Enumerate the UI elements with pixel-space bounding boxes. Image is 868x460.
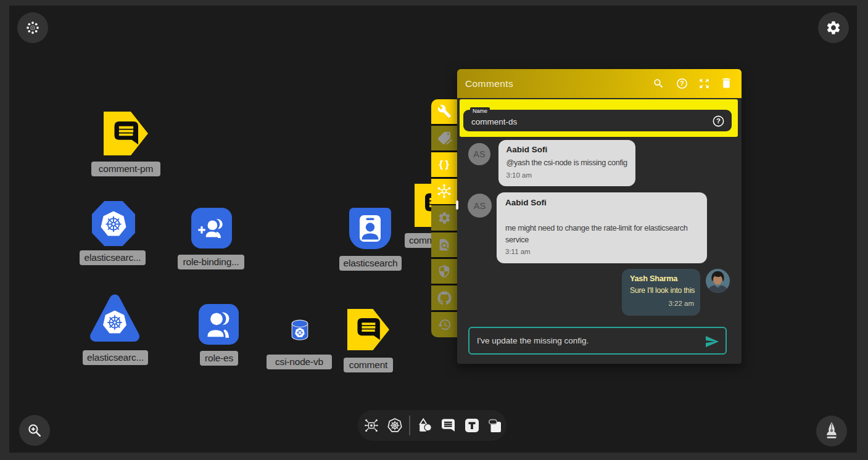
svg-text:?: ?	[716, 117, 721, 125]
svg-text:?: ?	[680, 80, 684, 87]
